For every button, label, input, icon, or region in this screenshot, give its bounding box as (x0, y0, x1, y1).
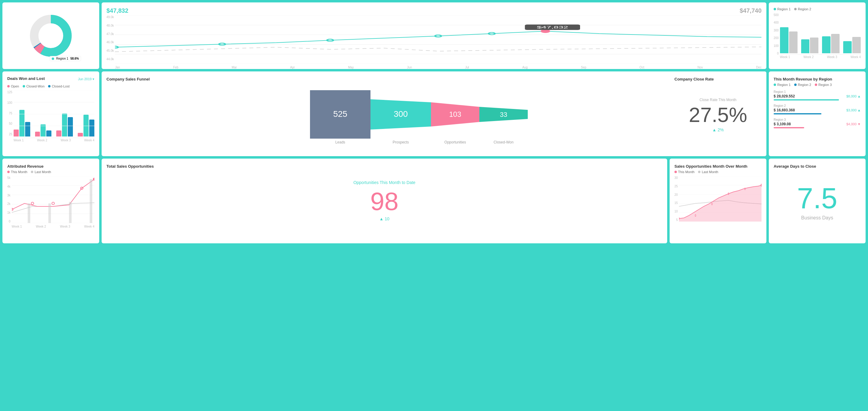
total-opps-label: Opportunities This Month to Date (353, 180, 415, 185)
att-chart-area: Week 1Week 2Week 3Week 4 (12, 176, 94, 228)
deals-w1-lost (25, 122, 30, 137)
att-y-axis: 5k4k3k2k1k0 (7, 176, 12, 223)
opps-mom-area (679, 176, 762, 228)
rr-dot-2 (794, 84, 797, 86)
line-chart-area: 49.0k48.0k47.0k46.0k45.0k44.0k (106, 16, 762, 64)
deals-w3 (56, 114, 73, 137)
rr-legend-2: Region 2 (794, 83, 811, 87)
deals-w2-won (40, 124, 46, 137)
bar-w3-r1 (822, 36, 831, 53)
bar-top-y-axis: 5004003002001000 (774, 13, 780, 55)
deals-w4-open (78, 133, 83, 137)
total-opps-value: 98 (370, 188, 398, 214)
deals-card: Deals Won and Lost Jun 2019 ▾ Open Close… (2, 71, 99, 156)
bar-group-w2 (801, 37, 819, 53)
line-chart-svg-container: $47,832 JanFebMarAprMayJun JulAugSepOctN… (115, 16, 762, 64)
deals-w1-open (13, 129, 19, 137)
won-dot (23, 85, 25, 87)
funnel-card: Company Sales Funnel 525 300 103 33 Lead… (102, 71, 766, 156)
region2-label: Region 2 (798, 7, 811, 11)
deals-x-axis: Week 1Week 2Week 3Week 4 (13, 139, 94, 142)
opps-this-label: This Month (678, 170, 694, 174)
bar-w4-r1 (843, 41, 852, 53)
deals-bars: Week 1Week 2Week 3Week 4 (13, 90, 94, 142)
deals-w1-won (19, 110, 25, 137)
deals-title: Deals Won and Lost (7, 76, 45, 81)
close-rate-label: Close Rate This Month (700, 98, 737, 102)
bar-group-w4 (843, 37, 861, 53)
bar-groups (780, 13, 861, 55)
deals-w2-open (35, 131, 40, 137)
rr-label-3: Region 3 (818, 83, 832, 87)
svg-point-15 (542, 30, 550, 33)
rr-legend-3: Region 3 (815, 83, 832, 87)
avg-days-content: 7.5 Business Days (774, 169, 861, 235)
deals-w3-open (56, 130, 61, 137)
svg-rect-43 (90, 179, 92, 223)
svg-text:Leads: Leads (335, 140, 345, 144)
bar-top-legend: Region 1 Region 2 (774, 7, 861, 11)
att-legend-last: Last Month (31, 170, 51, 174)
rr-dot-3 (815, 84, 817, 86)
att-svg (12, 176, 94, 223)
deals-legend-lost: Closed-Lost (48, 84, 69, 88)
rr-label-2: Region 2 (798, 83, 811, 87)
total-opps-title: Total Sales Opportunities (106, 164, 154, 169)
line-x-axis: JanFebMarAprMayJun JulAugSepOctNovDec (115, 66, 762, 69)
bar-top-x-axis: Week 1Week 2Week 3Week 4 (780, 55, 861, 59)
bar-group-w1 (780, 27, 798, 53)
total-opps-content: Opportunities This Month to Date 98 ▲ 10 (106, 169, 662, 232)
opps-mom-legend: This Month Last Month (675, 170, 762, 174)
bar-top-bars: Week 1Week 2Week 3Week 4 (780, 13, 861, 59)
donut-chart-card: Region 1 58.6% (2, 2, 99, 69)
svg-text:103: 103 (449, 110, 461, 118)
close-rate-content: Close Rate This Month 27.5% ▲ 2% (675, 82, 762, 148)
donut-region-name: Region 1 (56, 57, 68, 60)
funnel-container: 525 300 103 33 Leads Prospects Opportuni… (106, 84, 762, 145)
legend-region2: Region 2 (794, 7, 811, 11)
lost-label: Closed-Lost (52, 84, 69, 88)
opps-last-label: Last Month (702, 170, 718, 174)
bar-w2-r2 (810, 37, 818, 53)
opps-this-legend: This Month (675, 170, 694, 174)
region1-label: Region 1 (777, 7, 790, 11)
svg-text:Closed-Won: Closed-Won (494, 140, 514, 144)
dashboard: Region 1 58.6% $47,832 $47,740 49.0k48.0… (2, 2, 866, 243)
deals-legend-won: Closed-Won (23, 84, 44, 88)
deals-chart-area: 125100755025 (7, 90, 94, 142)
bar-w1-r2 (789, 31, 798, 53)
bar-group-w3 (822, 34, 840, 53)
close-rate-change: ▲ 2% (712, 127, 724, 132)
region-2-bar (774, 113, 822, 114)
avg-days-label: Business Days (801, 215, 833, 221)
donut-legend-label: Region 1 58.6% (50, 56, 81, 61)
rr-legend-1: Region 1 (774, 83, 790, 87)
region-1-bar (774, 99, 839, 100)
region-2-amount: $ 16,693.368 (774, 108, 795, 112)
opps-mom-title: Sales Opportunities Month Over Month (675, 164, 747, 169)
deals-w1 (13, 110, 30, 137)
attributed-title: Attributed Revenue (7, 164, 43, 169)
region-revenue-card: This Month Revenue by Region Region 1 Re… (769, 71, 866, 156)
deals-period: Jun 2019 ▾ (78, 77, 94, 81)
svg-point-61 (761, 184, 762, 186)
att-this-label: This Month (11, 170, 27, 174)
avg-days-value: 7.5 (797, 184, 837, 213)
region-3-target: $4,000 ▼ (846, 122, 861, 126)
rr-label-1: Region 1 (777, 83, 790, 87)
opps-mom-svg (679, 176, 762, 222)
region-2-name: Region 2 (774, 104, 861, 108)
open-dot (7, 85, 10, 87)
att-this-dot (7, 171, 10, 173)
att-x-axis: Week 1Week 2Week 3Week 4 (12, 225, 94, 228)
deals-w2-lost (46, 130, 52, 137)
deals-w2 (35, 124, 52, 137)
donut-region-pct: 58.6% (70, 57, 79, 60)
line-chart-card: $47,832 $47,740 49.0k48.0k47.0k46.0k45.0… (102, 2, 766, 69)
att-last-dot (31, 171, 33, 173)
bar-w4-r2 (852, 37, 861, 53)
open-label: Open (11, 84, 19, 88)
svg-text:Prospects: Prospects (393, 140, 409, 144)
opps-mom-card: Sales Opportunities Month Over Month Thi… (670, 158, 766, 243)
region2-legend-dot (794, 8, 797, 10)
